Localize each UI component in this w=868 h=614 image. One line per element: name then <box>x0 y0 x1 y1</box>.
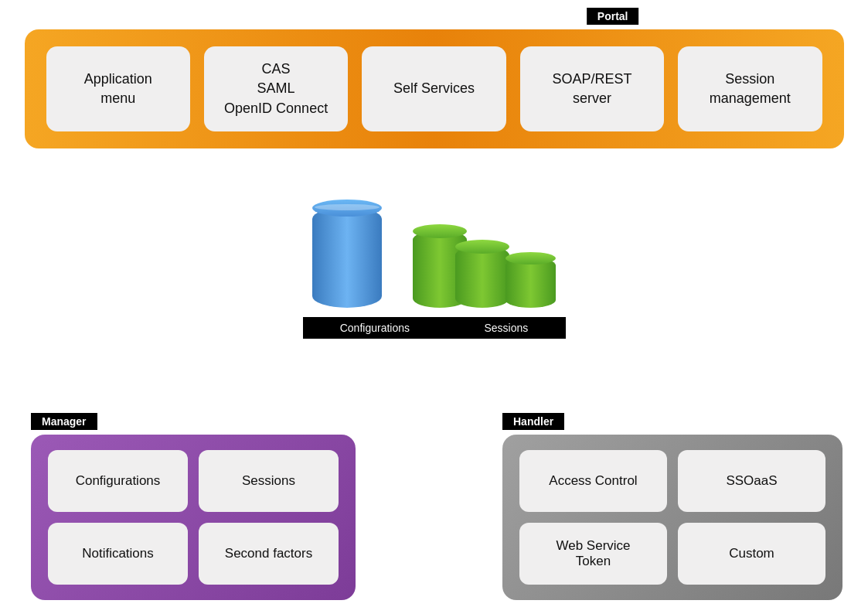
manager-band: Configurations Sessions Notifications Se… <box>31 435 356 600</box>
cylinders-row <box>312 207 556 308</box>
handler-card-web-service-token: Web Service Token <box>519 523 667 585</box>
blue-cylinder <box>312 207 382 308</box>
manager-card-configurations: Configurations <box>48 450 188 512</box>
manager-section: Manager Configurations Sessions Notifica… <box>31 413 356 600</box>
portal-card-self-services: Self Services <box>362 46 505 131</box>
cylinders-label-bar: Configurations Sessions <box>303 317 566 339</box>
configurations-label: Configurations <box>340 322 410 334</box>
sessions-label: Sessions <box>484 322 528 334</box>
portal-section: Portal Application menu CAS SAML OpenID … <box>25 8 844 148</box>
green-cylinders <box>413 230 556 308</box>
handler-section: Handler Access Control SSOaaS Web Servic… <box>502 413 842 600</box>
portal-card-cas-saml: CAS SAML OpenID Connect <box>204 46 348 131</box>
green-cylinder-front <box>505 258 556 308</box>
manager-card-second-factors: Second factors <box>199 523 339 585</box>
handler-label: Handler <box>502 413 564 430</box>
manager-label: Manager <box>31 413 97 430</box>
portal-band: Application menu CAS SAML OpenID Connect… <box>25 29 844 148</box>
blue-cylinder-group <box>312 207 382 308</box>
handler-card-access-control: Access Control <box>519 450 667 512</box>
handler-card-ssoaas: SSOaaS <box>678 450 825 512</box>
manager-card-notifications: Notifications <box>48 523 188 585</box>
green-cylinder-group <box>413 230 556 308</box>
manager-card-sessions: Sessions <box>199 450 339 512</box>
portal-card-application-menu: Application menu <box>46 46 190 131</box>
green-cylinder-mid <box>455 246 509 308</box>
handler-band: Access Control SSOaaS Web Service Token … <box>502 435 842 600</box>
cylinders-section: Configurations Sessions <box>303 207 566 339</box>
portal-card-soap-rest: SOAP/REST server <box>520 46 664 131</box>
portal-card-session-management: Session management <box>678 46 822 131</box>
portal-label: Portal <box>587 8 639 25</box>
handler-card-custom: Custom <box>678 523 825 585</box>
